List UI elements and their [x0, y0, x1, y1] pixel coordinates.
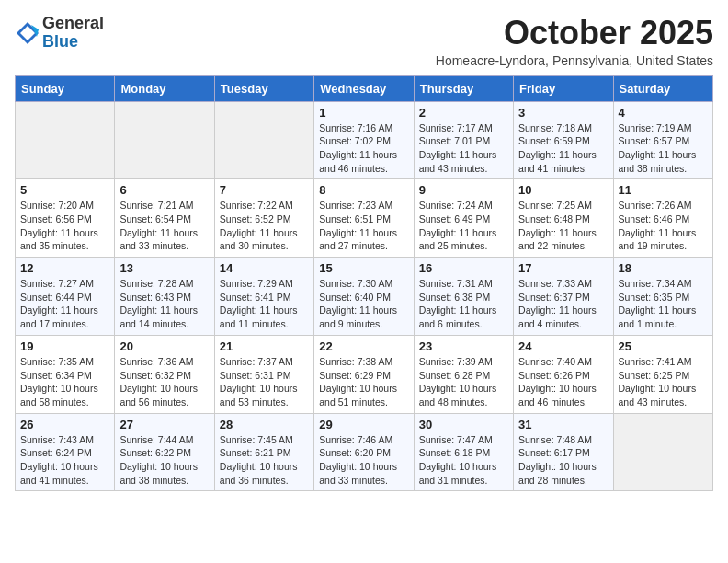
logo-blue-text: Blue — [42, 32, 78, 51]
day-info: Sunrise: 7:45 AM Sunset: 6:21 PM Dayligh… — [220, 433, 309, 488]
day-info: Sunrise: 7:27 AM Sunset: 6:44 PM Dayligh… — [20, 277, 109, 331]
day-number: 29 — [319, 418, 408, 431]
day-number: 19 — [20, 339, 109, 353]
calendar-week-row: 19Sunrise: 7:35 AM Sunset: 6:34 PM Dayli… — [16, 335, 713, 413]
day-number: 13 — [119, 261, 209, 275]
day-number: 9 — [419, 183, 508, 197]
day-of-week-header: Saturday — [613, 75, 712, 101]
day-info: Sunrise: 7:19 AM Sunset: 6:57 PM Dayligh… — [619, 121, 708, 176]
calendar-cell: 28Sunrise: 7:45 AM Sunset: 6:21 PM Dayli… — [214, 413, 313, 491]
day-of-week-header: Wednesday — [314, 75, 414, 101]
day-info: Sunrise: 7:25 AM Sunset: 6:48 PM Dayligh… — [518, 199, 608, 253]
day-info: Sunrise: 7:30 AM Sunset: 6:40 PM Dayligh… — [319, 277, 408, 331]
calendar-cell: 9Sunrise: 7:24 AM Sunset: 6:49 PM Daylig… — [414, 179, 513, 258]
day-number: 3 — [518, 106, 608, 120]
day-info: Sunrise: 7:44 AM Sunset: 6:22 PM Dayligh… — [119, 433, 209, 488]
day-info: Sunrise: 7:47 AM Sunset: 6:18 PM Dayligh… — [419, 433, 508, 488]
calendar-week-row: 26Sunrise: 7:43 AM Sunset: 6:24 PM Dayli… — [16, 413, 713, 491]
day-info: Sunrise: 7:23 AM Sunset: 6:51 PM Dayligh… — [319, 199, 408, 253]
calendar-cell: 26Sunrise: 7:43 AM Sunset: 6:24 PM Dayli… — [16, 413, 115, 491]
day-info: Sunrise: 7:17 AM Sunset: 7:01 PM Dayligh… — [419, 121, 508, 176]
calendar-cell: 18Sunrise: 7:34 AM Sunset: 6:35 PM Dayli… — [613, 258, 712, 336]
day-number: 24 — [518, 339, 608, 353]
logo-icon — [15, 20, 40, 46]
calendar-cell: 3Sunrise: 7:18 AM Sunset: 6:59 PM Daylig… — [514, 101, 613, 179]
calendar-cell — [214, 101, 313, 179]
day-info: Sunrise: 7:40 AM Sunset: 6:26 PM Dayligh… — [518, 355, 608, 409]
day-number: 11 — [619, 183, 708, 197]
day-number: 31 — [518, 418, 608, 431]
day-number: 7 — [220, 183, 309, 197]
day-number: 4 — [619, 106, 708, 120]
day-info: Sunrise: 7:22 AM Sunset: 6:52 PM Dayligh… — [220, 199, 309, 253]
calendar-cell: 6Sunrise: 7:21 AM Sunset: 6:54 PM Daylig… — [115, 179, 214, 258]
calendar-cell: 23Sunrise: 7:39 AM Sunset: 6:28 PM Dayli… — [414, 335, 513, 413]
calendar-cell: 1Sunrise: 7:16 AM Sunset: 7:02 PM Daylig… — [314, 101, 414, 179]
calendar-cell: 20Sunrise: 7:36 AM Sunset: 6:32 PM Dayli… — [115, 335, 214, 413]
calendar-cell — [613, 413, 712, 491]
day-number: 17 — [518, 261, 608, 275]
day-info: Sunrise: 7:34 AM Sunset: 6:35 PM Dayligh… — [619, 277, 708, 331]
day-info: Sunrise: 7:16 AM Sunset: 7:02 PM Dayligh… — [319, 121, 408, 176]
day-number: 23 — [419, 339, 508, 353]
calendar-cell: 13Sunrise: 7:28 AM Sunset: 6:43 PM Dayli… — [115, 258, 214, 336]
calendar-cell: 29Sunrise: 7:46 AM Sunset: 6:20 PM Dayli… — [314, 413, 414, 491]
day-number: 6 — [119, 183, 209, 197]
calendar-cell: 15Sunrise: 7:30 AM Sunset: 6:40 PM Dayli… — [314, 258, 414, 336]
day-info: Sunrise: 7:35 AM Sunset: 6:34 PM Dayligh… — [20, 355, 109, 409]
calendar-cell: 5Sunrise: 7:20 AM Sunset: 6:56 PM Daylig… — [16, 179, 115, 258]
calendar-cell: 24Sunrise: 7:40 AM Sunset: 6:26 PM Dayli… — [514, 335, 613, 413]
day-info: Sunrise: 7:31 AM Sunset: 6:38 PM Dayligh… — [419, 277, 508, 331]
calendar-header-row: SundayMondayTuesdayWednesdayThursdayFrid… — [16, 75, 713, 101]
calendar-cell: 19Sunrise: 7:35 AM Sunset: 6:34 PM Dayli… — [16, 335, 115, 413]
day-number: 22 — [319, 339, 408, 353]
day-number: 27 — [119, 418, 209, 431]
month-title: October 2025 — [436, 15, 713, 52]
day-of-week-header: Tuesday — [214, 75, 313, 101]
calendar-cell: 17Sunrise: 7:33 AM Sunset: 6:37 PM Dayli… — [514, 258, 613, 336]
day-info: Sunrise: 7:28 AM Sunset: 6:43 PM Dayligh… — [119, 277, 209, 331]
day-number: 28 — [220, 418, 309, 431]
day-info: Sunrise: 7:18 AM Sunset: 6:59 PM Dayligh… — [518, 121, 608, 176]
day-info: Sunrise: 7:39 AM Sunset: 6:28 PM Dayligh… — [419, 355, 508, 409]
day-number: 30 — [419, 418, 508, 431]
day-of-week-header: Sunday — [16, 75, 115, 101]
day-number: 25 — [619, 339, 708, 353]
day-info: Sunrise: 7:37 AM Sunset: 6:31 PM Dayligh… — [220, 355, 309, 409]
day-number: 1 — [319, 106, 408, 120]
calendar-table: SundayMondayTuesdayWednesdayThursdayFrid… — [15, 75, 713, 492]
calendar-cell: 14Sunrise: 7:29 AM Sunset: 6:41 PM Dayli… — [214, 258, 313, 336]
day-info: Sunrise: 7:26 AM Sunset: 6:46 PM Dayligh… — [619, 199, 708, 253]
day-info: Sunrise: 7:46 AM Sunset: 6:20 PM Dayligh… — [319, 433, 408, 488]
calendar-cell: 30Sunrise: 7:47 AM Sunset: 6:18 PM Dayli… — [414, 413, 513, 491]
day-info: Sunrise: 7:29 AM Sunset: 6:41 PM Dayligh… — [220, 277, 309, 331]
day-number: 21 — [220, 339, 309, 353]
calendar-week-row: 12Sunrise: 7:27 AM Sunset: 6:44 PM Dayli… — [16, 258, 713, 336]
calendar-cell: 2Sunrise: 7:17 AM Sunset: 7:01 PM Daylig… — [414, 101, 513, 179]
calendar-cell: 27Sunrise: 7:44 AM Sunset: 6:22 PM Dayli… — [115, 413, 214, 491]
day-of-week-header: Friday — [514, 75, 613, 101]
calendar-cell: 12Sunrise: 7:27 AM Sunset: 6:44 PM Dayli… — [16, 258, 115, 336]
day-of-week-header: Thursday — [414, 75, 513, 101]
calendar-week-row: 5Sunrise: 7:20 AM Sunset: 6:56 PM Daylig… — [16, 179, 713, 258]
calendar-cell — [115, 101, 214, 179]
day-number: 5 — [20, 183, 109, 197]
calendar-cell: 16Sunrise: 7:31 AM Sunset: 6:38 PM Dayli… — [414, 258, 513, 336]
day-number: 16 — [419, 261, 508, 275]
calendar-cell: 25Sunrise: 7:41 AM Sunset: 6:25 PM Dayli… — [613, 335, 712, 413]
day-info: Sunrise: 7:41 AM Sunset: 6:25 PM Dayligh… — [619, 355, 708, 409]
day-number: 14 — [220, 261, 309, 275]
day-number: 12 — [20, 261, 109, 275]
calendar-cell: 7Sunrise: 7:22 AM Sunset: 6:52 PM Daylig… — [214, 179, 313, 258]
logo: General Blue — [15, 15, 104, 52]
day-info: Sunrise: 7:43 AM Sunset: 6:24 PM Dayligh… — [20, 433, 109, 488]
day-info: Sunrise: 7:38 AM Sunset: 6:29 PM Dayligh… — [319, 355, 408, 409]
day-info: Sunrise: 7:48 AM Sunset: 6:17 PM Dayligh… — [518, 433, 608, 488]
calendar-cell: 10Sunrise: 7:25 AM Sunset: 6:48 PM Dayli… — [514, 179, 613, 258]
day-number: 10 — [518, 183, 608, 197]
calendar-week-row: 1Sunrise: 7:16 AM Sunset: 7:02 PM Daylig… — [16, 101, 713, 179]
calendar-cell: 31Sunrise: 7:48 AM Sunset: 6:17 PM Dayli… — [514, 413, 613, 491]
day-info: Sunrise: 7:20 AM Sunset: 6:56 PM Dayligh… — [20, 199, 109, 253]
day-number: 8 — [319, 183, 408, 197]
day-number: 26 — [20, 418, 109, 431]
